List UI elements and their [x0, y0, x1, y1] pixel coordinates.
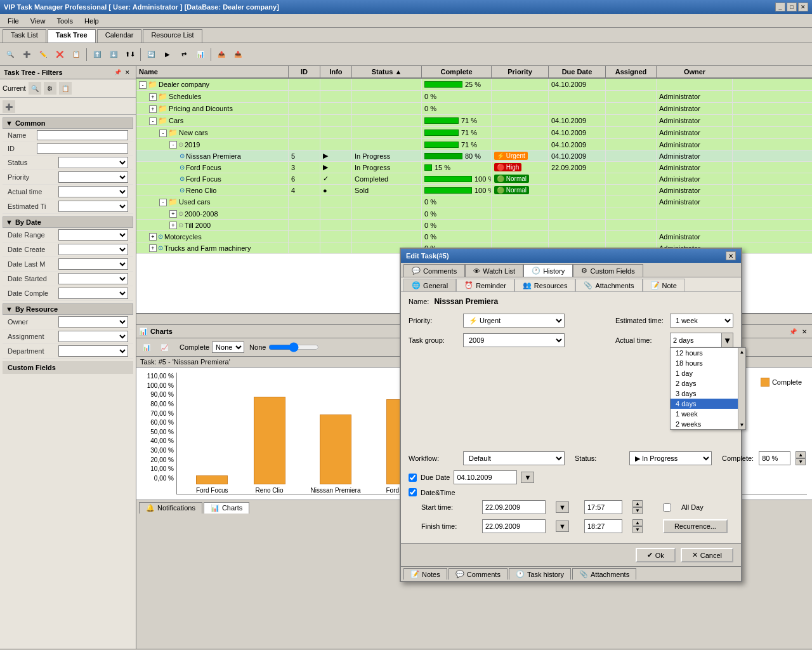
due-date-picker-btn[interactable]: ▼	[521, 472, 534, 483]
window-controls[interactable]: _ □ ✕	[775, 3, 808, 11]
dropdown-item-1d[interactable]: 1 day	[671, 368, 745, 378]
dialog-tab-custom-fields[interactable]: ⚙ Custom Fields	[573, 264, 643, 277]
dialog-sub-tab-note[interactable]: 📝 Note	[643, 279, 685, 291]
scroll-up-btn[interactable]: ▲	[740, 349, 745, 355]
scroll-down-btn[interactable]: ▼	[740, 422, 745, 428]
dialog-sub-tab-general[interactable]: 🌐 General	[403, 279, 456, 291]
toolbar-btn-7[interactable]: ⬇️	[106, 47, 121, 62]
dropdown-item-12h[interactable]: 12 hours	[671, 348, 745, 358]
expand-icon[interactable]: +	[149, 105, 158, 113]
table-row[interactable]: - 📁 Used cars 0 % Administrator	[136, 196, 812, 208]
filter-btn-2[interactable]: ⚙	[44, 82, 56, 95]
expand-icon[interactable]: +	[149, 93, 158, 101]
maximize-button[interactable]: □	[787, 3, 797, 11]
priority-select[interactable]: ⚡ Urgent	[463, 314, 565, 328]
dialog-sub-tab-resources[interactable]: 👥 Resources	[514, 279, 576, 291]
toolbar-btn-4[interactable]: ❌	[52, 47, 67, 62]
dialog-btab-attachments[interactable]: 📎 Attachments	[572, 568, 636, 580]
dropdown-item-18h[interactable]: 18 hours	[671, 358, 745, 368]
charts-pin-btn[interactable]: 📌	[788, 326, 798, 336]
filter-assignment-select[interactable]	[58, 331, 128, 342]
table-row[interactable]: ⊙ Reno Clio 4 ● Sold 100 % 🟢 Normal Admi…	[136, 185, 812, 196]
recurrence-btn[interactable]: Recurrence...	[663, 519, 728, 533]
filter-date-create-select[interactable]	[58, 244, 128, 255]
dialog-close-btn[interactable]: ✕	[726, 251, 736, 260]
menu-tools[interactable]: Tools	[51, 16, 78, 26]
table-row[interactable]: + ⊙ 2000-2008 0 %	[136, 208, 812, 220]
due-date-checkbox[interactable]	[409, 474, 417, 482]
finish-time-input[interactable]	[584, 519, 622, 533]
complete-up-btn[interactable]: ▲	[796, 451, 806, 458]
toolbar-btn-6[interactable]: ⬆️	[89, 47, 105, 62]
close-button[interactable]: ✕	[798, 3, 808, 11]
estimated-time-select[interactable]: 1 week	[670, 314, 733, 328]
start-time-down-btn[interactable]: ▼	[632, 507, 643, 514]
toolbar-btn-2[interactable]: ➕	[19, 47, 34, 62]
menu-help[interactable]: Help	[79, 16, 104, 26]
table-row[interactable]: + 📁 Pricing and Dicounts 0 % Administrat…	[136, 103, 812, 115]
filter-status-select[interactable]	[58, 157, 128, 168]
datetime-checkbox[interactable]	[409, 488, 417, 496]
filter-priority-select[interactable]	[58, 171, 128, 183]
all-day-checkbox[interactable]	[663, 503, 671, 512]
toolbar-btn-5[interactable]: 📋	[69, 47, 84, 62]
dropdown-item-1w[interactable]: 1 week	[671, 409, 745, 419]
start-time-input[interactable]	[584, 500, 622, 514]
bottom-tab-charts[interactable]: 📊 Charts	[204, 502, 249, 514]
filter-btn-1[interactable]: 🔍	[29, 82, 41, 95]
expand-icon[interactable]: -	[159, 129, 168, 137]
charts-toolbar-btn-2[interactable]: 📈	[157, 340, 172, 355]
toolbar-btn-8[interactable]: ⬆⬇	[122, 47, 138, 62]
actual-time-input[interactable]: 2 days	[671, 333, 721, 347]
dialog-tab-history[interactable]: 🕐 History	[523, 264, 573, 277]
dialog-tab-comments[interactable]: 💬 Comments	[403, 264, 465, 277]
table-row[interactable]: + ⊙ Till 2000 0 %	[136, 220, 812, 231]
table-row[interactable]: ⊙ Ford Focus 6 ✓ Completed 100 % 🟢 Norma…	[136, 173, 812, 185]
tab-resource-list[interactable]: Resource List	[143, 29, 202, 43]
table-row[interactable]: ⊙ Ford Focus 3 ▶ In Progress 15 % 🔴 High…	[136, 162, 812, 173]
expand-icon[interactable]: -	[139, 81, 148, 89]
expand-icon[interactable]: +	[149, 232, 158, 241]
menu-view[interactable]: View	[25, 16, 51, 26]
filter-date-range-select[interactable]	[58, 229, 128, 241]
filter-date-comple-select[interactable]	[58, 288, 128, 299]
filter-section-common-header[interactable]: ▼ Common	[3, 117, 133, 129]
cancel-btn[interactable]: ✕ Cancel	[681, 548, 733, 562]
table-row[interactable]: - ⊙ 2019 71 % 04.10.2009 Administrator	[136, 139, 812, 150]
finish-time-up-btn[interactable]: ▲	[632, 519, 643, 526]
filter-id-input[interactable]	[37, 143, 128, 154]
expand-icon[interactable]: +	[149, 244, 158, 252]
table-row[interactable]: - 📁 New cars 71 % 04.10.2009 Administrat…	[136, 127, 812, 139]
expand-icon[interactable]: -	[169, 140, 178, 149]
workflow-select[interactable]: Default	[463, 451, 565, 465]
expand-icon[interactable]: +	[169, 221, 178, 229]
filter-section-resource-header[interactable]: ▼ By Resource	[3, 303, 133, 315]
dialog-btab-task-history[interactable]: 🕐 Task history	[509, 568, 571, 580]
dropdown-scrollbar[interactable]: ▲ ▼	[738, 348, 745, 429]
filter-estimated-select[interactable]	[58, 201, 128, 212]
start-date-input[interactable]	[482, 500, 546, 514]
finish-time-down-btn[interactable]: ▼	[632, 526, 643, 533]
toolbar-btn-10[interactable]: ▶	[160, 47, 175, 62]
filter-owner-select[interactable]	[58, 316, 128, 328]
filter-date-last-m-select[interactable]	[58, 258, 128, 270]
filter-add-btn[interactable]: ➕	[3, 100, 15, 113]
charts-slider[interactable]	[268, 342, 319, 352]
table-row[interactable]: - 📁 Cars 71 % 04.10.2009 Administrator	[136, 115, 812, 127]
toolbar-btn-9[interactable]: 🔄	[143, 47, 159, 62]
tab-calendar[interactable]: Calendar	[97, 29, 142, 43]
dialog-btab-comments[interactable]: 💬 Comments	[449, 568, 508, 580]
complete-down-btn[interactable]: ▼	[796, 458, 806, 465]
filter-btn-3[interactable]: 📋	[59, 82, 72, 95]
charts-complete-select[interactable]: None	[212, 342, 244, 353]
filter-department-select[interactable]	[58, 345, 128, 357]
start-time-up-btn[interactable]: ▲	[632, 500, 643, 507]
tab-task-list[interactable]: Task List	[3, 29, 46, 43]
toolbar-btn-12[interactable]: 📊	[193, 47, 208, 62]
dialog-tab-watch-list[interactable]: 👁 Watch List	[465, 264, 523, 277]
dialog-sub-tab-reminder[interactable]: ⏰ Reminder	[456, 279, 514, 291]
finish-date-input[interactable]	[482, 519, 546, 533]
start-date-picker-btn[interactable]: ▼	[556, 501, 569, 513]
dropdown-item-2d[interactable]: 2 days	[671, 378, 745, 388]
expand-icon[interactable]: +	[169, 209, 178, 218]
